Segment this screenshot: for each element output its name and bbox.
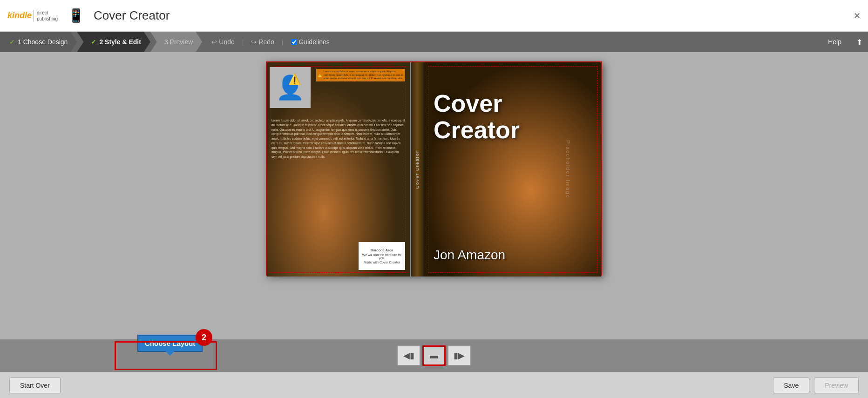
layout-btn-3[interactable]: ▮▶: [448, 345, 471, 366]
close-button[interactable]: ✕: [854, 11, 861, 21]
title-bar: kindle direct publishing 📱 Cover Creator…: [0, 0, 868, 32]
back-cover: 👤 ⚠️ ⚠️ Lorem ipsum dolor sit amet, cons…: [267, 62, 411, 277]
layout-icon-3: ▮▶: [454, 351, 465, 361]
spine-text: Cover Creator: [415, 150, 420, 189]
kindle-wordmark: kindle: [7, 11, 32, 20]
layout-icon-2: ▬: [430, 351, 438, 361]
spine: Cover Creator: [411, 62, 424, 277]
undo-icon: ↩: [211, 38, 217, 46]
main-area: 👤 ⚠️ ⚠️ Lorem ipsum dolor sit amet, cons…: [0, 52, 868, 372]
back-photo-placeholder: 👤 ⚠️: [270, 67, 311, 108]
front-placeholder-label: Placeholder Image: [565, 140, 571, 199]
device-icon: 📱: [68, 8, 84, 23]
guidelines-checkbox-label[interactable]: Guidelines: [291, 38, 330, 46]
title-left: kindle direct publishing 📱 Cover Creator: [7, 8, 170, 23]
layout-btn-1[interactable]: ◀▮: [397, 345, 420, 366]
warning-icon: ⚠️: [318, 73, 322, 77]
undo-button[interactable]: ↩ Undo: [211, 38, 234, 46]
collapse-button[interactable]: ⬆: [851, 38, 868, 47]
front-cover: Placeholder Image Cover Creator Jon Amaz…: [424, 62, 601, 277]
guidelines-checkbox[interactable]: [291, 39, 297, 45]
warning-on-photo-icon: ⚠️: [288, 74, 301, 86]
start-over-button[interactable]: Start Over: [9, 378, 61, 393]
toolbar-sep2: |: [282, 38, 284, 46]
warning-text: Lorem ipsum dolor sit amet, consectetur …: [324, 70, 403, 81]
toolbar-sep1: |: [242, 38, 244, 46]
save-button[interactable]: Save: [773, 378, 809, 393]
layout-btn-2[interactable]: ▬: [422, 345, 446, 366]
front-author: Jon Amazon: [434, 248, 592, 263]
footer-left: Start Over: [9, 378, 61, 393]
step-3[interactable]: 3 Preview: [150, 32, 202, 52]
step3-label: 3 Preview: [164, 38, 193, 46]
direct-publishing-label: direct publishing: [34, 10, 58, 22]
preview-button[interactable]: Preview: [814, 378, 859, 393]
barcode-area: Barcode Area We will add the barcode for…: [359, 242, 405, 270]
kindle-logo: kindle direct publishing: [7, 10, 58, 22]
app-title: Cover Creator: [94, 8, 170, 23]
step2-label: 2 Style & Edit: [99, 38, 141, 46]
redo-button[interactable]: ↪ Redo: [251, 38, 274, 46]
cover-book: 👤 ⚠️ ⚠️ Lorem ipsum dolor sit amet, cons…: [266, 61, 602, 276]
front-title: Cover Creator: [434, 90, 587, 143]
back-text-block: Lorem ipsum dolor sit amet, consectetur …: [271, 118, 405, 159]
layout-icon-1: ◀▮: [403, 351, 414, 361]
back-warning-text: ⚠️ Lorem ipsum dolor sit amet, consectet…: [316, 69, 405, 83]
barcode-title: Barcode Area: [371, 248, 393, 252]
footer-right: Save Preview: [773, 378, 859, 393]
toolbar-right: ↩ Undo | ↪ Redo | Guidelines: [211, 38, 329, 46]
help-button[interactable]: Help: [819, 32, 851, 52]
footer: Start Over Save Preview: [0, 372, 868, 398]
bottom-toolbar: Choose Layout 2 ◀▮ ▬ ▮▶: [0, 339, 868, 372]
step-bar: ✓ 1 Choose Design ✓ 2 Style & Edit 3 Pre…: [0, 32, 868, 52]
cover-wrapper: 👤 ⚠️ ⚠️ Lorem ipsum dolor sit amet, cons…: [0, 61, 868, 339]
step-1[interactable]: ✓ 1 Choose Design: [0, 32, 77, 52]
guidelines-label: Guidelines: [299, 38, 330, 46]
barcode-line1: We will add the barcode for you.: [360, 253, 403, 260]
step1-check: ✓: [9, 38, 15, 46]
step2-check: ✓: [91, 38, 96, 46]
choose-layout-tooltip: Choose Layout: [137, 335, 203, 352]
step-badge: 2: [196, 329, 212, 346]
step1-label: 1 Choose Design: [18, 38, 68, 46]
step-2[interactable]: ✓ 2 Style & Edit: [77, 32, 150, 52]
redo-icon: ↪: [251, 38, 257, 46]
barcode-line2: Made with Cover Creator: [364, 261, 400, 264]
